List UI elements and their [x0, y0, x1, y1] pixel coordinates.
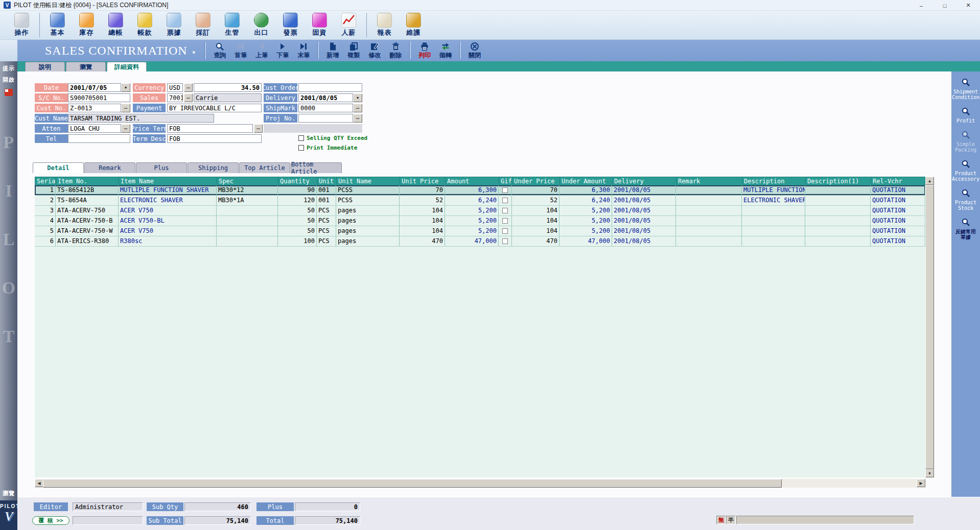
table-row[interactable]: 6ATA-ERICS-R380R380sc100PCSpages47047,00…	[35, 236, 925, 247]
prev-button[interactable]: 上筆	[251, 41, 272, 60]
sc-no-field[interactable]: S900705001	[68, 93, 130, 102]
column-header[interactable]: Unit Price	[400, 177, 446, 185]
scroll-up-button[interactable]	[925, 177, 934, 185]
atten-lookup-button[interactable]	[121, 124, 130, 133]
scroll-left-button[interactable]	[35, 479, 43, 487]
close-button[interactable]	[956, 0, 980, 11]
last-button[interactable]: 末筆	[293, 41, 314, 60]
print-immediate-checkbox[interactable]: Print Immediate	[298, 144, 357, 151]
delete-button[interactable]: 刪除	[385, 41, 406, 60]
gift-checkbox[interactable]	[502, 187, 508, 193]
sidebar-item-hint[interactable]: 提示	[0, 65, 17, 73]
search-button[interactable]: 查詢	[209, 41, 230, 60]
column-header[interactable]: Rel-Vchr	[871, 177, 926, 185]
column-header[interactable]: Delivery	[613, 177, 676, 185]
toolbar-item-operate[interactable]: 操作	[7, 11, 36, 37]
sidebar-item-browse[interactable]: 瀏覽	[0, 490, 17, 497]
print-button[interactable]: 列印	[414, 41, 435, 60]
tab-browse[interactable]: 瀏覽	[66, 62, 106, 71]
column-header[interactable]: Item Name	[119, 177, 217, 185]
column-header[interactable]: Unit	[317, 177, 337, 185]
term-desc-field[interactable]: FOB	[167, 134, 262, 143]
toolbar-item-fixed-assets[interactable]: 固資	[305, 11, 334, 37]
vertical-scroll-thumb[interactable]	[925, 185, 934, 469]
toolbar-item-invoice[interactable]: 發票	[276, 11, 305, 37]
form-title-dropdown-icon[interactable]: ▼	[192, 50, 196, 55]
simple-packing-button[interactable]: SimplePacking	[955, 130, 976, 153]
column-header[interactable]: Description(1)	[806, 177, 871, 185]
minimize-button[interactable]	[909, 0, 933, 11]
selling-qty-exceed-checkbox[interactable]: Selling QTY Exceed	[298, 135, 367, 141]
cust-order-field[interactable]	[298, 83, 362, 92]
tab-description[interactable]: 說明	[25, 62, 65, 71]
detail-tab-detail[interactable]: Detail	[33, 162, 84, 173]
table-row[interactable]: 5ATA-ACERV-750-WACER V75050PCSpages1045,…	[35, 226, 925, 236]
table-row[interactable]: 4ATA-ACERV-750-BACER V750-BL50PCSpages10…	[35, 216, 925, 226]
atten-field[interactable]: LOGA CHU	[68, 124, 121, 133]
currency-field[interactable]: USD	[167, 83, 183, 92]
review-button[interactable]: 覆 核 >>	[32, 516, 69, 525]
toolbar-item-inventory[interactable]: 庫存	[72, 11, 101, 37]
column-header[interactable]: Amount	[446, 177, 499, 185]
column-header[interactable]: Unit Name	[337, 177, 400, 185]
proj-no-lookup-button[interactable]	[353, 114, 362, 123]
payment-field[interactable]: BY IRREVOCABLE L/C	[167, 104, 262, 112]
detail-tab-plus[interactable]: Plus	[136, 162, 187, 173]
toolbar-item-export[interactable]: 出口	[247, 11, 276, 37]
toolbar-item-notes[interactable]: 票據	[159, 11, 189, 37]
toolbar-item-reports[interactable]: 報表	[370, 11, 399, 37]
horizontal-scroll-thumb[interactable]	[43, 479, 782, 488]
product-accessory-button[interactable]: ProductAccessory	[952, 159, 979, 182]
shipmark-field[interactable]: 0000	[298, 104, 353, 112]
column-header[interactable]: Description	[742, 177, 806, 185]
vertical-scrollbar[interactable]	[925, 177, 934, 477]
product-stock-button[interactable]: ProductStock	[955, 188, 976, 211]
edit-button[interactable]: 修改	[364, 41, 385, 60]
proj-no-field[interactable]	[298, 114, 353, 123]
scroll-down-button[interactable]	[925, 469, 934, 477]
shipmark-lookup-button[interactable]	[353, 104, 362, 112]
shipment-condition-button[interactable]: ShipmentCondition	[952, 78, 979, 100]
toolbar-item-maintenance[interactable]: 維護	[399, 11, 428, 37]
tel-field[interactable]	[68, 134, 130, 143]
gift-checkbox[interactable]	[502, 218, 508, 224]
table-row[interactable]: 1TS-865412BMUTLIPLE FUNCTION SHAVERMB30*…	[35, 185, 925, 196]
new-button[interactable]: 新增	[322, 41, 343, 60]
tab-detail-data[interactable]: 詳細資料	[107, 62, 147, 71]
detail-tab-remark[interactable]: Remark	[84, 162, 135, 173]
next-button[interactable]: 下筆	[272, 41, 293, 60]
price-term-field[interactable]: FOB	[167, 124, 253, 133]
toolbar-item-purchase-order[interactable]: 採訂	[189, 11, 218, 37]
toolbar-item-general-ledger[interactable]: 總帳	[101, 11, 130, 37]
delivery-field[interactable]: 2001/08/05	[298, 93, 353, 102]
column-header[interactable]: Under Amount	[560, 177, 613, 185]
red-document-icon[interactable]	[5, 89, 13, 96]
column-header[interactable]: Remark	[676, 177, 742, 185]
table-row[interactable]: 3ATA-ACERV-750ACER V75050PCSpages1045,20…	[35, 206, 925, 216]
column-header[interactable]: Gift	[499, 177, 512, 185]
currency-lookup-button[interactable]	[184, 83, 193, 92]
column-header[interactable]: Serial	[35, 177, 56, 185]
table-row[interactable]: 2TS-8654AELECTRONIC SHAVERMB30*1A120001P…	[35, 196, 925, 206]
toolbar-item-accounts[interactable]: 帳款	[130, 11, 159, 37]
gift-checkbox[interactable]	[502, 198, 508, 203]
date-field[interactable]: 2001/07/05	[68, 83, 121, 92]
toolbar-item-payroll[interactable]: 人薪	[334, 11, 363, 37]
price-term-lookup-button[interactable]	[254, 124, 263, 133]
horizontal-scrollbar[interactable]	[35, 479, 925, 488]
sales-field[interactable]: 7001	[167, 93, 183, 102]
exchange-rate-field[interactable]: 34.50	[194, 83, 262, 92]
toolbar-item-basic[interactable]: 基本	[43, 11, 72, 37]
profit-button[interactable]: Profit	[956, 107, 975, 124]
column-header[interactable]: Spec	[217, 177, 278, 185]
column-header[interactable]: Item No.	[56, 177, 119, 185]
cust-no-field[interactable]: Z-0013	[68, 104, 121, 112]
scroll-right-button[interactable]	[917, 479, 925, 487]
common-vouchers-button[interactable]: 反鍵常用單據	[955, 218, 976, 240]
detail-tab-shipping[interactable]: Shipping	[188, 162, 239, 173]
column-header[interactable]: Under Price	[512, 177, 560, 185]
first-button[interactable]: 首筆	[230, 41, 251, 60]
gift-checkbox[interactable]	[502, 238, 508, 244]
maximize-button[interactable]	[933, 0, 956, 11]
detail-tab-bottom-article[interactable]: Bottom Article	[291, 162, 342, 173]
